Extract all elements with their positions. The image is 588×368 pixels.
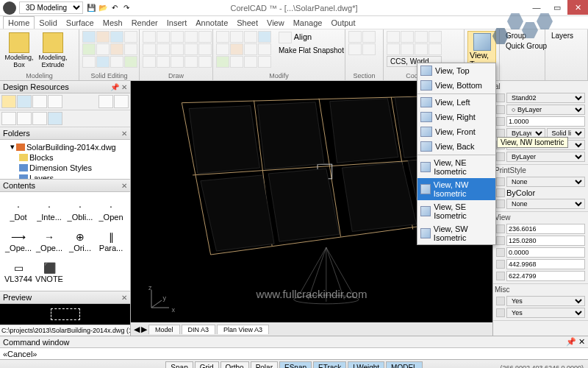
- command-window-header: Command window📌 ✕: [0, 336, 588, 347]
- group-solid-editing: Solid Editing: [79, 29, 140, 80]
- tab-insert[interactable]: Insert: [162, 17, 192, 29]
- modeling-extrude-button[interactable]: Modeling, Extrude: [37, 31, 69, 71]
- group-modeling: Modeling, Box Modeling, Extrude Modeling: [0, 29, 79, 80]
- tab-annotate[interactable]: Annotate: [191, 17, 232, 29]
- status-bar: Snap Grid Ortho Polar ESnap ETrack LWeig…: [0, 359, 588, 368]
- polar-toggle[interactable]: Polar: [251, 361, 278, 368]
- path-display: C:\projects\2013\SolarBuilding-2014x.dwg…: [0, 325, 130, 336]
- panel-header: Design Resources📌 ✕: [0, 81, 130, 93]
- close-button[interactable]: ✕: [567, 0, 588, 15]
- scale-input[interactable]: [506, 116, 585, 127]
- minimize-button[interactable]: —: [526, 0, 547, 15]
- content-item[interactable]: ·_Inte...: [34, 195, 65, 226]
- view-top-item[interactable]: View, Top: [417, 63, 495, 78]
- layer-icon: [496, 93, 505, 102]
- decorative-overlay: [485, 13, 559, 50]
- maximize-button[interactable]: ▭: [547, 0, 567, 15]
- workspace-selector[interactable]: 3D Modeling: [19, 1, 83, 14]
- coordinates-display: (266.9002,403.6246,0.0000): [500, 364, 584, 369]
- save-icon[interactable]: 💾: [86, 3, 96, 13]
- tree-item[interactable]: Blocks: [1, 152, 129, 163]
- tab-scroll-right-icon[interactable]: ▶: [141, 325, 147, 334]
- tab-home[interactable]: Home: [3, 16, 35, 29]
- tab-output[interactable]: Output: [326, 17, 359, 29]
- view-front-item[interactable]: View, Front: [417, 124, 495, 139]
- tree-item[interactable]: Dimension Styles: [1, 163, 129, 173]
- open-icon[interactable]: 📂: [98, 3, 108, 13]
- axis-indicator: zxy: [146, 284, 175, 314]
- etrack-toggle[interactable]: ETrack: [313, 361, 346, 368]
- command-input[interactable]: «Cancel»: [0, 347, 588, 359]
- view-sw-iso-item[interactable]: View, SW Isometric: [417, 222, 495, 244]
- tab-scroll-left-icon[interactable]: ◀: [134, 325, 140, 334]
- grid-toggle[interactable]: Grid: [195, 361, 219, 368]
- view-left-item[interactable]: View, Left: [417, 95, 495, 110]
- ortho-toggle[interactable]: Ortho: [220, 361, 249, 368]
- redo-icon[interactable]: ↷: [121, 3, 132, 13]
- model-tab[interactable]: Model: [148, 325, 180, 334]
- preview-thumbnail: [0, 304, 130, 325]
- group-draw: Draw: [140, 29, 213, 80]
- properties-panel: al Stand02 ○ ByLayer ByLayerSolid line —…: [492, 81, 588, 336]
- folder-tree[interactable]: ▾SolarBuilding-2014x.dwg Blocks Dimensio…: [0, 140, 130, 179]
- view-back-item[interactable]: View, Back: [417, 139, 495, 154]
- cmdwin-controls[interactable]: 📌 ✕: [566, 337, 585, 347]
- content-item[interactable]: ▭VL3744: [3, 257, 34, 288]
- layout-tab[interactable]: Plan View A3: [217, 325, 269, 334]
- color-icon: [496, 105, 505, 114]
- layout-tab[interactable]: DIN A3: [182, 325, 216, 334]
- group-section: Section: [345, 29, 384, 80]
- esnap-toggle[interactable]: ESnap: [279, 361, 312, 368]
- modeling-box-button[interactable]: Modeling, Box: [3, 31, 35, 71]
- view-ne-iso-item[interactable]: View, NE Isometric: [417, 156, 495, 178]
- panel-pin-icon[interactable]: 📌 ✕: [110, 83, 127, 91]
- svg-line-4: [151, 300, 162, 308]
- group-modify: Align Make Flat Snapshot Modify: [213, 29, 345, 80]
- content-item[interactable]: ⬛VNOTE: [34, 257, 65, 288]
- panel-toolbar: [0, 93, 130, 110]
- tab-manage[interactable]: Manage: [289, 17, 327, 29]
- tab-sheet[interactable]: Sheet: [232, 17, 262, 29]
- view-bottom-item[interactable]: View, Bottom: [417, 78, 495, 93]
- color-select[interactable]: ○ ByLayer: [506, 105, 585, 115]
- content-item[interactable]: ∥Para...: [96, 226, 126, 257]
- view-right-item[interactable]: View, Right: [417, 110, 495, 124]
- tab-surface[interactable]: Surface: [62, 17, 98, 29]
- align-button[interactable]: Align: [276, 31, 347, 44]
- design-resources-panel: Design Resources📌 ✕ Folders✕ ▾SolarBuild…: [0, 81, 131, 336]
- app-logo: [3, 1, 16, 15]
- view-nw-iso-item[interactable]: View, NW Isometric: [417, 178, 495, 200]
- content-item[interactable]: ·_Dot: [3, 195, 34, 226]
- tab-mesh[interactable]: Mesh: [98, 17, 127, 29]
- tree-item[interactable]: Layers: [1, 173, 129, 179]
- content-item[interactable]: →_Ope...: [34, 226, 65, 257]
- view-se-iso-item[interactable]: View, SE Isometric: [417, 200, 495, 222]
- window-title: CorelCAD ™ - [...\SolarPanel.dwg*]: [230, 4, 357, 13]
- tab-solid[interactable]: Solid: [35, 17, 61, 29]
- close-icon[interactable]: ✕: [121, 130, 127, 138]
- tree-root[interactable]: ▾SolarBuilding-2014x.dwg: [1, 141, 129, 152]
- tab-view[interactable]: View: [262, 17, 289, 29]
- content-item[interactable]: ·_Open: [96, 195, 126, 226]
- undo-icon[interactable]: ↶: [110, 3, 120, 13]
- tab-render[interactable]: Render: [127, 17, 162, 29]
- view-dropdown-menu: View, Top View, Bottom View, Left View, …: [417, 63, 496, 245]
- contents-grid: ·_Dot ·_Inte... ·_Obli... ·_Open ⟶_Ope..…: [0, 192, 130, 291]
- tooltip: View, NW Isometric: [497, 137, 568, 148]
- content-item[interactable]: ·_Obli...: [65, 195, 96, 226]
- qat: 💾 📂 ↶ ↷: [86, 3, 132, 13]
- snap-toggle[interactable]: Snap: [165, 361, 193, 368]
- content-item[interactable]: ⟶_Ope...: [3, 226, 34, 257]
- layer-select[interactable]: Stand02: [506, 93, 585, 103]
- content-item[interactable]: ⊕_Ori...: [65, 226, 96, 257]
- flat-snapshot-button[interactable]: Make Flat Snapshot: [276, 46, 347, 55]
- viewport-tabs: ◀▶ Model DIN A3 Plan View A3: [131, 322, 492, 336]
- lweight-toggle[interactable]: LWeight: [348, 361, 384, 368]
- model-toggle[interactable]: MODEL: [386, 361, 423, 368]
